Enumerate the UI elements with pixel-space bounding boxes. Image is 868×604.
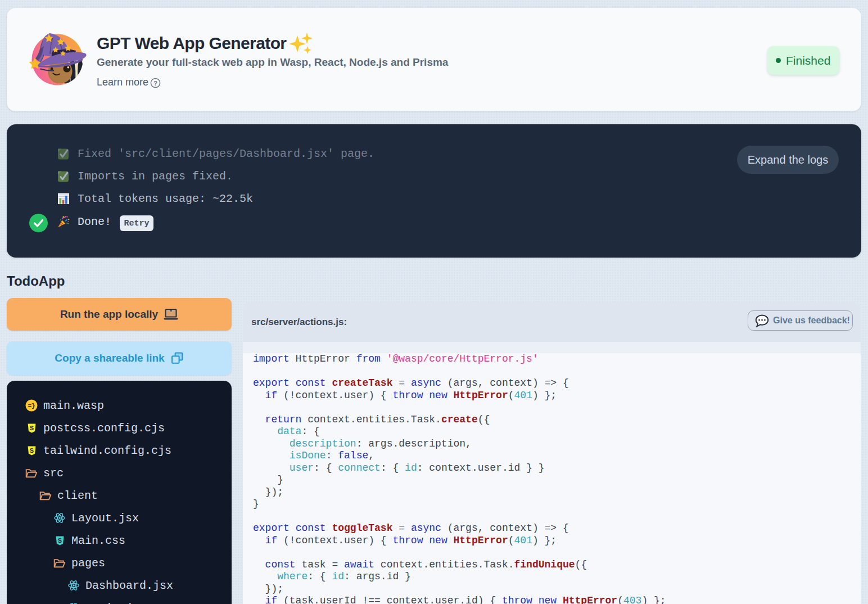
svg-text:=}: =} <box>28 403 35 409</box>
svg-text:?: ? <box>153 80 157 87</box>
svg-text:S: S <box>29 447 33 454</box>
svg-text:S: S <box>57 537 61 544</box>
svg-text:S: S <box>29 425 33 431</box>
